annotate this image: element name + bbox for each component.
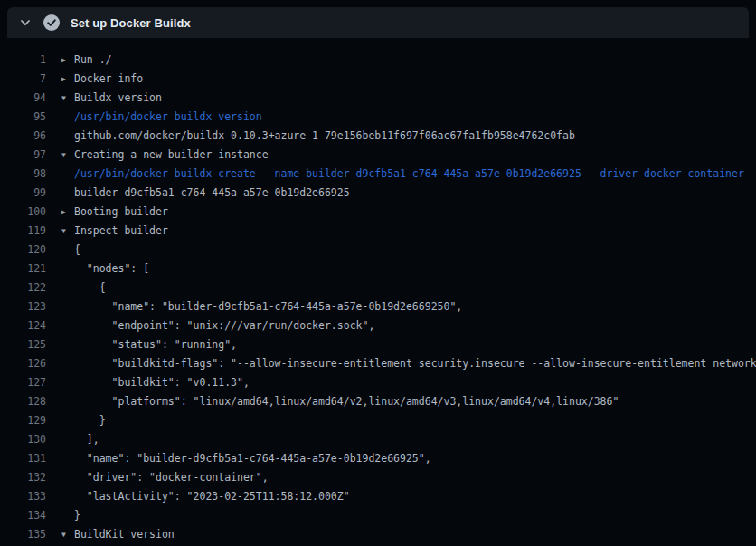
line-number[interactable]: 120 (0, 240, 46, 259)
line-number[interactable]: 121 (0, 259, 46, 278)
line-number[interactable]: 119 (0, 221, 46, 240)
output-text: "buildkitd-flags": "--allow-insecure-ent… (74, 354, 756, 373)
output-text: builder-d9cfb5a1-c764-445a-a57e-0b19d2e6… (74, 184, 350, 202)
output-text: "name": "builder-d9cfb5a1-c764-445a-a57e… (74, 297, 462, 316)
arrow-slot (61, 278, 74, 297)
line-number[interactable]: 129 (0, 411, 46, 430)
output-text: "name": "builder-d9cfb5a1-c764-445a-a57e… (74, 449, 431, 468)
line-number[interactable]: 7 (0, 70, 46, 89)
line-number[interactable]: 125 (0, 335, 46, 354)
output-text: "driver": "docker-container", (74, 468, 269, 487)
log-line: 124 "endpoint": "unix:///var/run/docker.… (0, 316, 756, 335)
output-text: github.com/docker/buildx 0.10.3+azure-1 … (74, 127, 575, 146)
group-collapsed-arrow-icon[interactable]: ▶ (61, 70, 74, 89)
output-text: "endpoint": "unix:///var/run/docker.sock… (74, 316, 374, 335)
check-circle-icon (43, 14, 60, 31)
log-line: 132 "driver": "docker-container", (0, 468, 756, 487)
group-expanded-arrow-icon[interactable]: ▼ (61, 146, 74, 165)
arrow-slot (61, 316, 74, 335)
log-line: 127 "buildkit": "v0.11.3", (0, 373, 756, 392)
log-line: 95/usr/bin/docker buildx version (0, 108, 756, 127)
line-number[interactable]: 124 (0, 316, 46, 335)
line-number[interactable]: 133 (0, 487, 46, 506)
chevron-down-icon[interactable] (18, 15, 33, 30)
line-number[interactable]: 98 (0, 165, 46, 184)
group-title: Booting builder (74, 202, 168, 221)
line-number[interactable]: 134 (0, 506, 46, 525)
group-title: Buildx version (74, 89, 162, 108)
arrow-slot (61, 165, 74, 184)
log-lines: 1▶Run ./7▶Docker info94▼Buildx version95… (0, 51, 756, 546)
log-line: 123 "name": "builder-d9cfb5a1-c764-445a-… (0, 297, 756, 316)
log-group-row[interactable]: 1▶Run ./ (0, 51, 756, 70)
line-number[interactable]: 97 (0, 146, 46, 165)
arrow-slot (61, 127, 74, 146)
arrow-slot (61, 487, 74, 506)
arrow-slot (61, 335, 74, 354)
arrow-slot (61, 506, 74, 525)
output-text: { (74, 240, 80, 259)
group-expanded-arrow-icon[interactable]: ▼ (61, 525, 74, 544)
line-number[interactable]: 131 (0, 449, 46, 468)
line-number[interactable]: 130 (0, 430, 46, 449)
log-container: 1▶Run ./7▶Docker info94▼Buildx version95… (0, 38, 756, 546)
output-text: { (74, 278, 106, 297)
group-expanded-arrow-icon[interactable]: ▼ (61, 221, 74, 240)
log-group-row[interactable]: 135▼BuildKit version (0, 525, 756, 544)
log-group-row[interactable]: 94▼Buildx version (0, 89, 756, 108)
line-number[interactable]: 122 (0, 278, 46, 297)
log-group-row[interactable]: 100▶Booting builder (0, 202, 756, 221)
log-group-row[interactable]: 7▶Docker info (0, 70, 756, 89)
log-line: 128 "platforms": "linux/amd64,linux/amd6… (0, 392, 756, 411)
group-title: Inspect builder (74, 221, 168, 240)
step-header[interactable]: Set up Docker Buildx (7, 7, 749, 38)
group-title: Creating a new builder instance (74, 146, 269, 165)
log-line: 131 "name": "builder-d9cfb5a1-c764-445a-… (0, 449, 756, 468)
line-number[interactable]: 126 (0, 354, 46, 373)
line-number[interactable]: 1 (0, 51, 46, 70)
output-text: "lastActivity": "2023-02-25T11:58:12.000… (74, 487, 350, 506)
group-title: BuildKit version (74, 525, 175, 544)
arrow-slot (61, 297, 74, 316)
arrow-slot (61, 259, 74, 278)
output-text: "platforms": "linux/amd64,linux/amd64/v2… (74, 392, 619, 411)
group-collapsed-arrow-icon[interactable]: ▶ (61, 51, 74, 70)
output-text: } (74, 411, 106, 430)
arrow-slot (61, 449, 74, 468)
line-number[interactable]: 95 (0, 108, 46, 127)
line-number[interactable]: 96 (0, 127, 46, 146)
arrow-slot (61, 411, 74, 430)
log-group-row[interactable]: 119▼Inspect builder (0, 221, 756, 240)
line-number[interactable]: 94 (0, 89, 46, 108)
output-text: "nodes": [ (74, 259, 149, 278)
arrow-slot (61, 108, 74, 127)
log-line: 120{ (0, 240, 756, 259)
line-number[interactable]: 99 (0, 184, 46, 202)
group-title: Run ./ (74, 51, 112, 70)
log-line: 121 "nodes": [ (0, 259, 756, 278)
arrow-slot (61, 392, 74, 411)
line-number[interactable]: 123 (0, 297, 46, 316)
group-collapsed-arrow-icon[interactable]: ▶ (61, 202, 74, 221)
log-line: 134} (0, 506, 756, 525)
line-number[interactable]: 132 (0, 468, 46, 487)
line-number[interactable]: 100 (0, 202, 46, 221)
log-line: 129 } (0, 411, 756, 430)
arrow-slot (61, 184, 74, 202)
log-group-row[interactable]: 97▼Creating a new builder instance (0, 146, 756, 165)
log-line: 133 "lastActivity": "2023-02-25T11:58:12… (0, 487, 756, 506)
arrow-slot (61, 240, 74, 259)
arrow-slot (61, 468, 74, 487)
line-number[interactable]: 127 (0, 373, 46, 392)
log-line: 126 "buildkitd-flags": "--allow-insecure… (0, 354, 756, 373)
output-text: } (74, 506, 80, 525)
line-number[interactable]: 135 (0, 525, 46, 544)
group-expanded-arrow-icon[interactable]: ▼ (61, 89, 74, 108)
arrow-slot (61, 354, 74, 373)
log-line: 122 { (0, 278, 756, 297)
command-text: /usr/bin/docker buildx version (74, 108, 262, 127)
output-text: "status": "running", (74, 335, 237, 354)
arrow-slot (61, 373, 74, 392)
log-line: 96github.com/docker/buildx 0.10.3+azure-… (0, 127, 756, 146)
line-number[interactable]: 128 (0, 392, 46, 411)
